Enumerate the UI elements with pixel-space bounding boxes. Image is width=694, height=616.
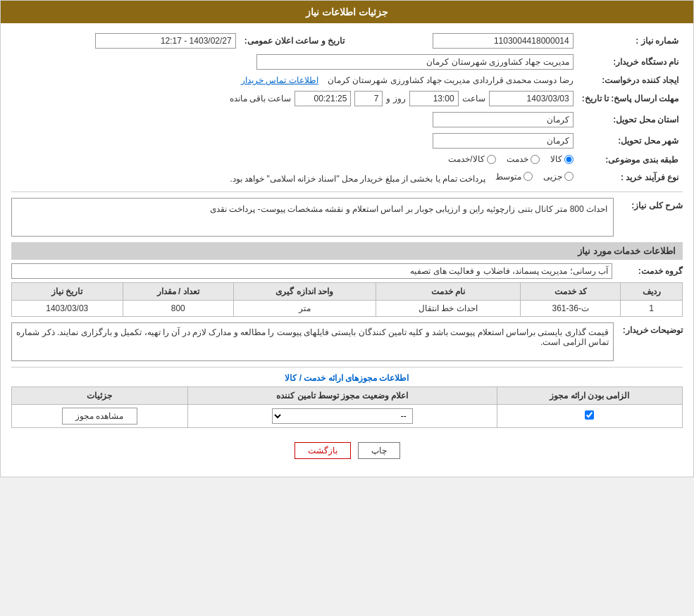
- col-row-num: ردیف: [621, 283, 683, 301]
- need-number-input: 1103004418000014: [433, 33, 574, 49]
- service-group-value: آب رسانی؛ مدیریت پسماند، فاضلاب و فعالیت…: [11, 263, 612, 279]
- needs-description-box: احداث 800 متر کانال بتنی زارچوئیه راین و…: [11, 198, 614, 237]
- buyer-notes-section: توضیحات خریدار: قیمت گذاری بایستی براساس…: [11, 322, 683, 361]
- purchase-type-label: نوع فرآیند خرید :: [578, 169, 683, 187]
- deadline-time: 13:00: [409, 91, 459, 106]
- purchase-type-jozi[interactable]: جزیی: [543, 172, 574, 182]
- category-kala-label: کالا: [550, 154, 562, 164]
- perm-row: -- مشاهده مجوز: [12, 405, 683, 428]
- perm-details-cell: مشاهده مجوز: [12, 405, 188, 428]
- needs-label: شرح کلی نیاز:: [619, 198, 683, 210]
- requester-contact-link[interactable]: اطلاعات تماس خریدار: [241, 75, 318, 85]
- services-section-title: اطلاعات خدمات مورد نیاز: [11, 242, 683, 260]
- purchase-type-motevasset[interactable]: متوسط: [495, 172, 533, 182]
- category-radio-group: کالا خدمت کالا/خدمت: [448, 154, 573, 164]
- need-number-label: شماره نیاز :: [578, 30, 683, 51]
- category-label: طبقه بندی موضوعی:: [578, 151, 683, 169]
- services-table: ردیف کد خدمت نام خدمت واحد اندازه گیری ت…: [11, 282, 683, 317]
- city-label: شهر محل تحویل:: [578, 130, 683, 151]
- table-cell-date: 1403/03/03: [12, 301, 123, 317]
- view-permit-button[interactable]: مشاهده مجوز: [62, 408, 137, 425]
- category-radio-kala[interactable]: [564, 155, 574, 164]
- col-quantity: تعداد / مقدار: [123, 283, 233, 301]
- city-value: کرمان: [11, 130, 578, 151]
- purchase-motevasset-label: متوسط: [495, 172, 521, 182]
- category-option-khedmat[interactable]: خدمت: [507, 154, 540, 164]
- table-row: 1ت-36-361احداث خط انتقالمتر8001403/03/03: [12, 301, 683, 317]
- purchase-type-value: جزیی متوسط پرداخت تمام یا بخشی از مبلغ خ…: [11, 169, 578, 187]
- purchase-type-radio-group: جزیی متوسط: [495, 172, 574, 182]
- province-label: استان محل تحویل:: [578, 109, 683, 130]
- buyer-notes-text: قیمت گذاری بایستی براساس استعلام پیوست ب…: [11, 322, 614, 361]
- divider2: [11, 367, 683, 367]
- permissions-section-title: اطلاعات مجوزهای ارائه خدمت / کالا: [11, 373, 683, 383]
- buyer-notes-label: توضیحات خریدار:: [619, 322, 683, 335]
- deadline-label: مهلت ارسال پاسخ: تا تاریخ:: [578, 88, 683, 109]
- col-service-code: کد خدمت: [521, 283, 621, 301]
- category-both-label: کالا/خدمت: [448, 154, 484, 164]
- perm-status-select[interactable]: --: [272, 408, 413, 424]
- deadline-row: 1403/03/03 ساعت 13:00 روز و 7 00:21:25 س…: [11, 88, 578, 109]
- deadline-date: 1403/03/03: [489, 91, 574, 106]
- purchase-radio-motevasset[interactable]: [523, 172, 533, 181]
- table-cell-quantity: 800: [123, 301, 233, 317]
- buyer-org-input: مدیریت جهاد کشاورزی شهرستان کرمان: [256, 54, 574, 70]
- requester-label: ایجاد کننده درخواست:: [578, 73, 683, 88]
- page-title: جزئیات اطلاعات نیاز: [306, 6, 388, 18]
- requester-name: رضا دوست محمدی قراردادی مدیریت جهاد کشاو…: [328, 75, 574, 85]
- deadline-remain-label: ساعت باقی مانده: [230, 94, 292, 103]
- province-value: کرمان: [11, 109, 578, 130]
- service-group-row: گروه خدمت: آب رسانی؛ مدیریت پسماند، فاضل…: [11, 263, 683, 279]
- buyer-org-value: مدیریت جهاد کشاورزی شهرستان کرمان: [11, 51, 578, 73]
- deadline-days-label: روز و: [386, 94, 405, 103]
- category-option-both[interactable]: کالا/خدمت: [448, 154, 495, 164]
- perm-status-cell: --: [187, 405, 497, 428]
- category-khedmat-label: خدمت: [507, 154, 528, 164]
- table-cell-service_code: ت-36-361: [521, 301, 621, 317]
- col-unit: واحد اندازه گیری: [233, 283, 376, 301]
- category-option-kala[interactable]: کالا: [550, 154, 574, 164]
- print-button[interactable]: چاپ: [358, 442, 400, 459]
- needs-section: شرح کلی نیاز: احداث 800 متر کانال بتنی ز…: [11, 198, 683, 237]
- perm-mandatory-checkbox[interactable]: [585, 410, 594, 420]
- col-service-name: نام خدمت: [376, 283, 521, 301]
- needs-description: احداث 800 متر کانال بتنی زارچوئیه راین و…: [11, 198, 614, 237]
- perm-mandatory-cell: [497, 405, 682, 428]
- table-cell-row_num: 1: [621, 301, 683, 317]
- announcement-date-label: تاریخ و ساعت اعلان عمومی:: [240, 30, 349, 51]
- announcement-date-input: 1403/02/27 - 12:17: [95, 33, 236, 49]
- permissions-table: الزامی بودن ارائه مجوز اعلام وضعیت مجوز …: [11, 386, 683, 428]
- purchase-type-note: پرداخت تمام یا بخشی از مبلغ خریدار محل "…: [230, 173, 485, 183]
- back-button[interactable]: بازگشت: [295, 442, 351, 459]
- page-header: جزئیات اطلاعات نیاز: [1, 1, 693, 23]
- deadline-days: 7: [354, 91, 383, 106]
- perm-col-mandatory: الزامی بودن ارائه مجوز: [497, 387, 682, 405]
- category-value: کالا خدمت کالا/خدمت: [11, 151, 578, 169]
- info-table: شماره نیاز : 1103004418000014 تاریخ و سا…: [11, 30, 683, 186]
- announcement-date-value: 1403/02/27 - 12:17: [11, 30, 240, 51]
- deadline-time-label: ساعت: [462, 94, 485, 103]
- need-number-value: 1103004418000014: [349, 30, 578, 51]
- category-radio-both[interactable]: [487, 155, 496, 164]
- purchase-radio-jozi[interactable]: [564, 172, 574, 181]
- purchase-jozi-label: جزیی: [543, 172, 562, 182]
- requester-value: رضا دوست محمدی قراردادی مدیریت جهاد کشاو…: [11, 73, 578, 88]
- buyer-notes-box: قیمت گذاری بایستی براساس استعلام پیوست ب…: [11, 322, 614, 361]
- perm-col-details: جزئیات: [12, 387, 188, 405]
- col-date: تاریخ نیاز: [12, 283, 123, 301]
- perm-col-status: اعلام وضعیت مجوز توسط تامین کننده: [187, 387, 497, 405]
- bottom-buttons: چاپ بازگشت: [11, 432, 683, 470]
- service-group-label: گروه خدمت:: [619, 266, 683, 276]
- city-input: کرمان: [433, 133, 574, 149]
- buyer-org-label: نام دستگاه خریدار:: [578, 51, 683, 73]
- table-cell-service_name: احداث خط انتقال: [376, 301, 521, 317]
- table-cell-unit: متر: [233, 301, 376, 317]
- deadline-remain: 00:21:25: [295, 91, 351, 106]
- category-radio-khedmat[interactable]: [531, 155, 540, 164]
- province-input: کرمان: [433, 112, 574, 127]
- divider1: [11, 191, 683, 192]
